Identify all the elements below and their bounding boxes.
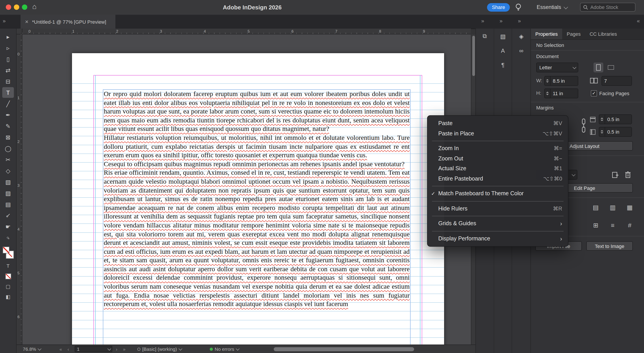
pages-count-field[interactable]: 7 [602, 76, 632, 86]
character-styles-panel-icon[interactable]: A [498, 45, 508, 55]
pages-panel-icon[interactable]: ⧉ [480, 31, 490, 41]
fill-swatch[interactable] [3, 247, 10, 253]
menu-item-entire-pasteboard[interactable]: Entire Pasteboard ⌥⇧⌘0 [428, 174, 568, 184]
ellipse-tool[interactable]: ◯ [2, 143, 14, 154]
portrait-orientation-button[interactable] [594, 62, 603, 72]
expand-dock-icon[interactable]: » [500, 18, 502, 24]
menu-item-paste[interactable]: Paste ⌘V [428, 118, 568, 128]
hand-tool[interactable]: ☛ [2, 221, 14, 232]
formatting-affects-text-button[interactable]: T [2, 261, 14, 270]
eyedropper-tool[interactable]: ⊸ [2, 210, 14, 221]
stepper-arrows[interactable] [599, 127, 605, 136]
adobe-stock-search[interactable]: Adobe Stock [580, 3, 636, 12]
expand-toolbar-icon[interactable]: » [3, 18, 6, 24]
gradient-feather-tool[interactable]: ▨ [2, 188, 14, 198]
scissors-tool[interactable]: ✂ [2, 154, 14, 165]
content-collector-tool[interactable]: ⊟ [2, 76, 14, 87]
pasteboard[interactable]: Or repro quid molori doloratem facerep e… [22, 34, 471, 345]
page-number-field[interactable]: 1 [75, 345, 112, 353]
horizontal-ruler[interactable]: 0 1 2 3 4 5 6 7 8 9 [22, 28, 471, 34]
margins-options-icon[interactable]: ⊞ [590, 220, 602, 231]
story-text[interactable]: Or repro quid molori doloratem facerep e… [103, 90, 410, 309]
share-button[interactable]: Share [487, 3, 510, 12]
text-to-image-button[interactable]: Text to Image [586, 241, 633, 251]
baseline-grid-icon[interactable]: ≡ [607, 220, 618, 231]
height-stepper[interactable]: 11 in [544, 88, 578, 98]
delete-page-icon[interactable] [622, 169, 634, 180]
fill-stroke-swatches[interactable] [2, 246, 14, 260]
note-tool[interactable]: ▤ [2, 199, 14, 210]
line-tool[interactable]: ╱ [2, 98, 14, 109]
margin-stepper-bottom[interactable]: 0.5 in [599, 127, 632, 137]
workspace-switcher[interactable]: Essentials [537, 4, 567, 10]
free-transform-tool[interactable]: ◇ [2, 165, 14, 176]
direct-selection-tool[interactable]: ▹ [2, 42, 14, 53]
vertical-ruler[interactable]: 0 1 2 3 4 5 6 [16, 34, 22, 345]
link-margins-icon[interactable] [581, 118, 586, 133]
screen-mode-button[interactable]: ◧ [2, 292, 14, 301]
zoom-window-button[interactable] [22, 4, 27, 10]
add-page-icon[interactable] [610, 169, 621, 180]
stepper-arrows[interactable] [545, 76, 550, 85]
zoom-tool[interactable]: ♀ [2, 232, 14, 243]
minimize-window-button[interactable] [14, 4, 19, 10]
expand-dock-icon[interactable]: » [518, 18, 521, 24]
columns-options-icon[interactable]: ▥ [607, 202, 618, 213]
text-frame[interactable]: Or repro quid molori doloratem facerep e… [103, 89, 410, 345]
menu-item-grids-and-guides[interactable]: Grids & Guides › [428, 219, 568, 229]
document-tab[interactable]: × *Untitled-1 @ 77% [GPU Preview] [20, 15, 116, 28]
next-page-button[interactable]: › [116, 345, 118, 353]
frame-grid-icon[interactable]: # [624, 220, 636, 231]
landscape-orientation-button[interactable] [606, 62, 616, 72]
document-page[interactable]: Or repro quid molori doloratem facerep e… [72, 53, 444, 345]
type-tool[interactable]: T [2, 87, 14, 98]
margin-stepper-top[interactable]: 0.5 in [599, 114, 632, 124]
view-mode-button[interactable]: ▢ [2, 282, 14, 291]
preflight-status-control[interactable]: No errors [210, 345, 238, 353]
previous-page-button[interactable]: ‹ [68, 345, 69, 353]
tab-properties[interactable]: Properties [531, 28, 562, 39]
lightbulb-icon[interactable] [515, 3, 522, 13]
close-tab-icon[interactable]: × [25, 18, 28, 25]
menu-item-match-pasteboard-to-theme-color[interactable]: ✓ Match Pasteboard to Theme Color [428, 189, 568, 199]
ruler-origin-corner[interactable] [16, 28, 22, 34]
menu-item-zoom-in[interactable]: Zoom In ⌘= [428, 143, 568, 153]
collapse-panel-icon[interactable]: « [637, 18, 640, 24]
tab-pages[interactable]: Pages [562, 28, 585, 39]
page-tool[interactable]: ▯ [2, 54, 14, 64]
home-icon[interactable]: ⌂ [32, 3, 36, 11]
indesign-window: ⌂ Adobe InDesign 2026 Share Essentials A… [0, 0, 644, 353]
width-stepper[interactable]: 8.5 in [544, 76, 578, 86]
tab-cc-libraries[interactable]: CC Libraries [585, 28, 622, 39]
vertical-scrollbar-thumb[interactable] [472, 36, 475, 76]
apply-none-button[interactable] [2, 272, 14, 281]
menu-item-hide-rulers[interactable]: Hide Rulers ⌘R [428, 204, 568, 214]
preflight-profile-control[interactable]: [Basic] (working) [137, 345, 181, 353]
last-page-button[interactable]: » [123, 345, 126, 353]
pencil-tool[interactable]: ✎ [2, 121, 14, 131]
close-window-button[interactable] [6, 4, 11, 10]
layers-panel-icon[interactable]: ◈ [516, 31, 526, 41]
first-page-button[interactable]: « [60, 345, 62, 353]
rectangle-frame-tool[interactable]: ⊠ [2, 132, 14, 143]
gradient-swatch-tool[interactable]: ▧ [2, 176, 14, 187]
menu-item-actual-size[interactable]: Actual Size ⌘1 [428, 164, 568, 174]
facing-pages-checkbox[interactable]: ✓ [591, 90, 597, 96]
stepper-arrows[interactable] [545, 89, 550, 98]
text-frame-options-icon[interactable]: ▤ [590, 202, 602, 213]
expand-dock-icon[interactable]: » [481, 18, 484, 24]
grid-options-icon[interactable]: ▦ [624, 202, 636, 213]
menu-item-display-performance[interactable]: Display Performance › [428, 234, 568, 244]
pen-tool[interactable]: ✒ [2, 109, 14, 120]
horizontal-scrollbar-thumb[interactable] [274, 347, 414, 351]
paragraph-styles-panel-icon[interactable]: ¶ [498, 60, 508, 70]
swatches-panel-icon[interactable]: ▧ [498, 31, 508, 41]
zoom-level-control[interactable]: 76.8% [23, 345, 40, 353]
links-panel-icon[interactable]: ∞ [516, 45, 526, 55]
selection-tool[interactable]: ▸ [2, 31, 14, 42]
gap-tool[interactable]: ⇄ [2, 65, 14, 75]
menu-item-zoom-out[interactable]: Zoom Out ⌘− [428, 153, 568, 164]
stepper-arrows[interactable] [599, 115, 605, 124]
page-size-preset-select[interactable]: Letter [536, 62, 578, 72]
menu-item-paste-in-place[interactable]: Paste in Place ⌥⇧⌘V [428, 128, 568, 138]
